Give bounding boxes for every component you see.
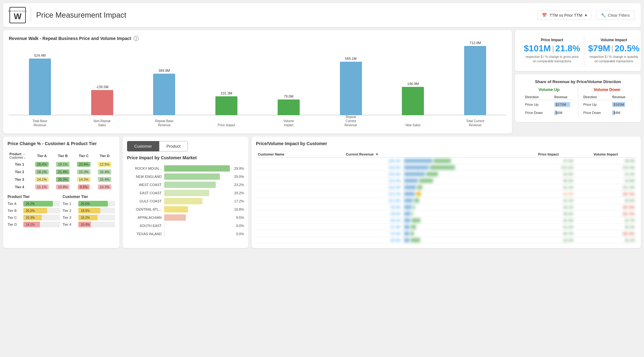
info-icon[interactable]: i — [134, 36, 139, 41]
cell-1-d: 12.5% — [94, 161, 115, 168]
market-name-app: APPALACHIAN — [127, 216, 162, 219]
revenue-walk-card: Revenue Walk - Repeat Business Price and… — [3, 30, 512, 133]
product-tier-d-bar: 14.1% — [23, 222, 60, 227]
bar-new-sales: 146.9M New Sales — [382, 82, 444, 115]
impact-table: Customer Name Current Revenue ▼ Price Im… — [256, 151, 636, 244]
ttm-label: TTM vs Prior TTM — [549, 13, 582, 18]
th-price-impact: Price Impact — [522, 151, 575, 158]
volume-impact-label: Volume Impact — [588, 38, 640, 42]
market-bar-central: CENTRAL ATL... 10.8% — [127, 206, 244, 212]
rev-5: $16.3M — [322, 184, 402, 191]
customer-tier-4-label: Tier 4 — [63, 223, 76, 226]
rev-bar-2 — [402, 164, 522, 171]
vol-4: $3.8M — [575, 178, 636, 184]
rev-6: $14.7M — [322, 191, 402, 197]
volume-impact-values: $79M | 20.5% — [588, 43, 640, 54]
table-row: $7.0M $0.7M ($0.4M) — [256, 230, 636, 237]
volume-impact-divider: | — [611, 44, 613, 53]
product-tier-d-fill: 14.1% — [23, 222, 40, 227]
vol-down-dir-1: Price Up — [581, 101, 610, 108]
rev-bar-8 — [402, 204, 522, 211]
market-name-south: SOUTH EAST — [127, 224, 162, 228]
cell-4-c: 9.5% — [73, 183, 94, 191]
price-1: $7.4M — [522, 158, 575, 164]
vol-up-row-2: Price Down $6M — [523, 109, 575, 116]
header-right: 📅 TTM vs Prior TTM ▾ 🔧 Clear Filters — [538, 11, 635, 20]
bar-label-bottom-1: Total BaseRevenue — [9, 119, 71, 127]
product-tier-a-label: Tier A — [8, 202, 21, 206]
market-name-east: EAST COAST — [127, 191, 162, 195]
market-name-neweng: NEW ENGLAND — [127, 175, 162, 178]
table-row: $11.8M $1.1M $3.6M — [256, 197, 636, 204]
market-pct-rocky: 29.9% — [234, 167, 244, 170]
bar-label-top-4: 101.3M — [221, 91, 232, 95]
price-impact-divider: | — [552, 44, 554, 53]
bar-1 — [29, 59, 51, 115]
market-bars: ROCKY MOUN... 29.9% NEW ENGLAND 25.0% WE… — [127, 165, 244, 237]
sort-arrow: ▼ — [375, 152, 379, 156]
rev-8: $9.9M — [322, 204, 402, 211]
market-bar-wrap-texas — [164, 231, 232, 237]
volume-impact-dollar: $79M — [588, 43, 610, 54]
tier-matrix: Product →Customer ↓ Tier A Tier B Tier C… — [8, 151, 115, 191]
th-volume-impact: Volume Impact — [575, 151, 636, 158]
customer-tier-1-row: Tier 1 25.6% — [63, 201, 115, 207]
matrix-corner: Product →Customer ↓ — [8, 151, 31, 161]
bar-2 — [91, 90, 113, 115]
volume-impact-pct: 20.5% — [615, 43, 640, 54]
product-tier-c-bar: 15.3% — [23, 215, 60, 220]
customer-tier-2-label: Tier 2 — [63, 209, 76, 212]
table-row: $6.9M $3.2M $2.1M — [256, 237, 636, 244]
vol-down-col: Volume Down Direction Revenue Price U — [578, 87, 636, 117]
product-tier-title: Product Tier — [8, 195, 60, 199]
product-tier-c-fill: 15.3% — [23, 215, 42, 220]
col-tier-c: Tier C — [73, 151, 94, 161]
rev-bar-10 — [402, 217, 522, 224]
market-pct-central: 10.8% — [234, 207, 244, 211]
header-left: ENTERPRISES W Price Measurement Impact — [9, 7, 126, 23]
rev-10: $8.1M — [322, 217, 402, 224]
volume-impact-desc: respective $ / % change in quantity on c… — [588, 55, 640, 64]
ttm-selector[interactable]: 📅 TTM vs Prior TTM ▾ — [538, 11, 591, 20]
tab-product-button[interactable]: Product — [159, 141, 188, 151]
market-bar-fill-neweng — [164, 173, 220, 180]
vol-down-header: Volume Down — [581, 87, 633, 92]
bar-label-top-2: -139.5M — [96, 85, 108, 89]
bar-4 — [215, 96, 237, 115]
clear-filters-button[interactable]: 🔧 Clear Filters — [596, 11, 635, 20]
market-impact-title: Price Impact by Customer Market — [127, 155, 244, 160]
customer-tier-1-label: Tier 1 — [63, 202, 76, 206]
market-bar-east: EAST COAST 20.2% — [127, 190, 244, 196]
customer-tier-3-row: Tier 3 16.2% — [63, 215, 115, 220]
revenue-walk-title: Revenue Walk - Repeat Business Price and… — [9, 36, 506, 41]
tab-buttons: Customer Product — [127, 141, 244, 151]
rev-bar-3 — [402, 171, 522, 178]
row-tier-2-label: Tier 2 — [8, 168, 31, 176]
vol-5: $11.4M — [575, 184, 636, 191]
price-11: $1.2M — [522, 224, 575, 230]
filter-icon: 🔧 — [601, 13, 606, 18]
cell-1-c: 23.8% — [73, 161, 94, 168]
product-tier-b-row: Tier B 20.0% — [8, 208, 60, 213]
vol-up-dir-1: Price Up — [523, 101, 552, 108]
vol-down-row-2: Price Down $4M — [581, 109, 633, 116]
matrix-row-1: Tier 1 28.4% 19.1% 23.8% 12.5% — [8, 161, 115, 168]
cell-4-b: 10.8% — [53, 183, 73, 191]
right-panels: Price Impact $101M | 21.8% respective $ … — [515, 30, 641, 133]
vol-down-rev-header: Revenue — [610, 94, 633, 100]
table-row: $8.1M $2.3M $2.7M — [256, 217, 636, 224]
th-current-revenue: Current Revenue ▼ — [322, 151, 402, 158]
rev-4: $19.3M — [322, 178, 402, 184]
th-customer-name: Customer Name — [256, 151, 322, 158]
market-bar-wrap-app — [164, 214, 232, 221]
product-tier-a-row: Tier A 25.2% — [8, 201, 60, 207]
vol-up-col: Volume Up Direction Revenue Price Up — [520, 87, 578, 117]
vol-down-bar-1: $165M — [610, 101, 633, 108]
market-bar-fill-rocky — [164, 165, 230, 172]
impact-card: Price Impact $101M | 21.8% respective $ … — [515, 30, 641, 71]
tab-customer-button[interactable]: Customer — [127, 141, 159, 151]
bar-label-bottom-4: Price Impact — [195, 123, 258, 127]
customer-name-3 — [256, 171, 322, 178]
rev-bar-6 — [402, 191, 522, 197]
price-10: $2.3M — [522, 217, 575, 224]
